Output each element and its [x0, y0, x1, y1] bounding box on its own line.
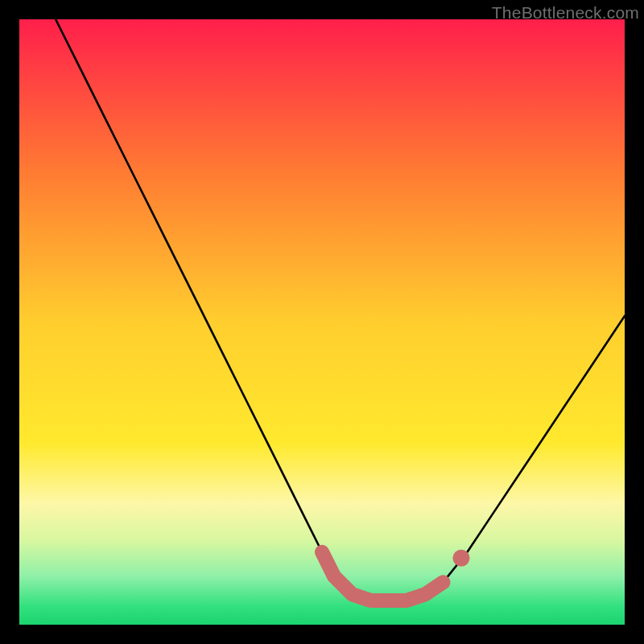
chart-stage: TheBottleneck.com: [0, 0, 644, 644]
watermark-label: TheBottleneck.com: [492, 3, 639, 23]
curve-layer: [19, 19, 625, 625]
optimal-zone-marker: [322, 552, 443, 601]
bottleneck-curve: [56, 19, 625, 601]
optimal-zone-end-dot: [452, 550, 469, 567]
plot-area: [19, 19, 625, 625]
